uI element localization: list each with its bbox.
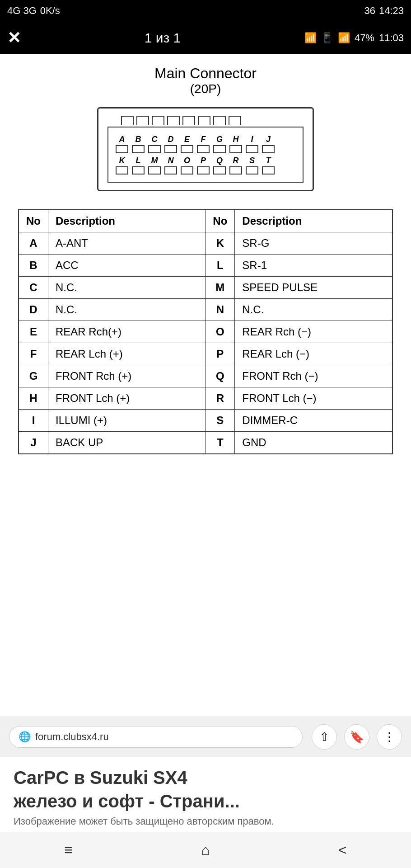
pin-T: T: [262, 156, 275, 175]
signal-bars-icon: 📶: [338, 32, 350, 44]
tab-5: [182, 116, 195, 125]
home-nav-button[interactable]: ⌂: [192, 837, 219, 864]
cell-7-3: FRONT Lch (−): [235, 387, 392, 410]
cell-0-2: K: [206, 232, 235, 255]
cell-7-2: R: [206, 387, 235, 410]
tab-2: [136, 116, 149, 125]
pin-H: H: [229, 135, 242, 153]
time-display-nav: 11:03: [379, 32, 404, 44]
cell-1-3: SR-1: [235, 255, 392, 277]
pin-J: J: [262, 135, 275, 153]
browser-bar: 🌐 forum.clubsx4.ru ⇧ 🔖 ⋮: [0, 717, 411, 757]
close-button[interactable]: ✕: [7, 28, 21, 47]
share-button[interactable]: ⇧: [312, 724, 337, 750]
cell-3-3: N.C.: [235, 299, 392, 321]
menu-nav-button[interactable]: ≡: [55, 837, 82, 864]
cell-6-1: FRONT Rch (+): [48, 365, 206, 387]
nav-bar: ✕ 1 из 1 📶 📱 📶 47% 11:03: [0, 22, 411, 54]
cell-5-3: REAR Lch (−): [235, 343, 392, 365]
page-title: CarPC в Suzuki SX4железо и софт - Страни…: [14, 766, 397, 813]
table-row: FREAR Lch (+)PREAR Lch (−): [19, 343, 392, 365]
cell-2-1: N.C.: [48, 277, 206, 299]
connector-row-1: A B C D E: [116, 135, 295, 153]
pin-E: E: [181, 135, 193, 153]
cell-0-0: A: [19, 232, 48, 255]
cell-7-1: FRONT Lch (+): [48, 387, 206, 410]
pin-P: P: [197, 156, 210, 175]
connector-table: No Description No Description AA-ANTKSR-…: [18, 209, 393, 454]
cell-6-3: FRONT Rch (−): [235, 365, 392, 387]
page-subtitle: Изображение может быть защищено авторски…: [14, 816, 397, 827]
tab-7: [213, 116, 226, 125]
pin-D: D: [164, 135, 177, 153]
bookmark-button[interactable]: 🔖: [344, 724, 369, 750]
cell-4-2: O: [206, 321, 235, 343]
browser-actions: ⇧ 🔖 ⋮: [312, 724, 402, 750]
cell-3-0: D: [19, 299, 48, 321]
table-row: EREAR Rch(+)OREAR Rch (−): [19, 321, 392, 343]
cell-9-2: T: [206, 432, 235, 454]
status-area: 📶 📱 📶 47% 11:03: [304, 32, 404, 44]
cell-6-0: G: [19, 365, 48, 387]
connector-title-line1: Main Connector: [154, 65, 257, 82]
table-header-row: No Description No Description: [19, 210, 392, 232]
cell-2-3: SPEED PULSE: [235, 277, 392, 299]
cell-0-3: SR-G: [235, 232, 392, 255]
wifi-icon: 📶: [304, 32, 317, 44]
pin-I: I: [246, 135, 258, 153]
cell-5-1: REAR Lch (+): [48, 343, 206, 365]
pin-L: L: [132, 156, 145, 175]
cell-4-3: REAR Rch (−): [235, 321, 392, 343]
page-info-label: 1 из 1: [30, 30, 295, 46]
signal-icon: 4G 3G: [7, 5, 37, 17]
pin-N: N: [164, 156, 177, 175]
pin-B: B: [132, 135, 145, 153]
bottom-nav: ≡ ⌂ <: [0, 832, 411, 868]
pin-M: M: [148, 156, 161, 175]
connector-title-line2: (20P): [154, 82, 257, 96]
cell-8-3: DIMMER-C: [235, 410, 392, 432]
speed-display: 0K/s: [40, 5, 60, 17]
battery-pct: 47%: [355, 32, 374, 44]
connector-row-2: K L M N O: [116, 156, 295, 175]
pin-O: O: [181, 156, 193, 175]
main-content: Main Connector (20P) A B: [0, 54, 411, 717]
table-row: JBACK UPTGND: [19, 432, 392, 454]
cell-1-1: ACC: [48, 255, 206, 277]
pin-C: C: [148, 135, 161, 153]
cell-2-0: C: [19, 277, 48, 299]
col-header-no2: No: [206, 210, 235, 232]
table-row: GFRONT Rch (+)QFRONT Rch (−): [19, 365, 392, 387]
cell-3-1: N.C.: [48, 299, 206, 321]
cell-8-1: ILLUMI (+): [48, 410, 206, 432]
page-title-section: CarPC в Suzuki SX4железо и софт - Страни…: [0, 757, 411, 832]
table-row: CN.C.MSPEED PULSE: [19, 277, 392, 299]
cell-9-0: J: [19, 432, 48, 454]
cell-1-0: B: [19, 255, 48, 277]
cell-6-2: Q: [206, 365, 235, 387]
col-header-desc1: Description: [48, 210, 206, 232]
tab-3: [152, 116, 164, 125]
tab-8: [229, 116, 241, 125]
pin-F: F: [197, 135, 210, 153]
tab-1: [121, 116, 134, 125]
pin-A: A: [116, 135, 128, 153]
cell-5-2: P: [206, 343, 235, 365]
cell-4-1: REAR Rch(+): [48, 321, 206, 343]
back-nav-button[interactable]: <: [329, 837, 356, 864]
cell-4-0: E: [19, 321, 48, 343]
globe-icon: 🌐: [19, 731, 31, 743]
table-row: HFRONT Lch (+)RFRONT Lch (−): [19, 387, 392, 410]
cell-0-1: A-ANT: [48, 232, 206, 255]
table-row: AA-ANTKSR-G: [19, 232, 392, 255]
browser-url-area[interactable]: 🌐 forum.clubsx4.ru: [9, 726, 303, 748]
pin-S: S: [246, 156, 258, 175]
cell-3-2: N: [206, 299, 235, 321]
cell-8-2: S: [206, 410, 235, 432]
cell-9-1: BACK UP: [48, 432, 206, 454]
sim-icon: 📱: [321, 32, 333, 44]
status-bar-top: 4G 3G 0K/s 36 14:23: [0, 0, 411, 22]
menu-button[interactable]: ⋮: [377, 724, 402, 750]
connector-inner: A B C D E: [107, 127, 304, 183]
table-row: IILLUMI (+)SDIMMER-C: [19, 410, 392, 432]
